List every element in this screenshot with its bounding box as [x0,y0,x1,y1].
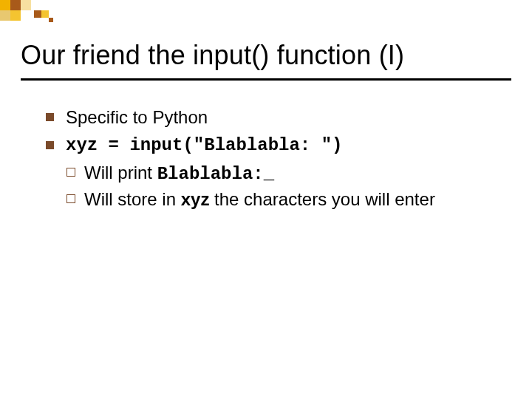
subbullet-text: Will store in xyz the characters you wil… [84,188,511,211]
slide-body: Specific to Python xyz = input("Blablabl… [0,81,532,211]
square-bullet-icon [46,113,54,121]
square-bullet-icon [46,141,54,149]
hollow-square-icon [66,194,75,203]
bullet-item: xyz = input("Blablabla: ") [46,134,511,157]
bullet-text: xyz = input("Blablabla: ") [66,134,511,157]
subbullet-item: Will store in xyz the characters you wil… [66,188,511,211]
bullet-item: Specific to Python [46,106,511,129]
hollow-square-icon [66,168,75,177]
slide-title: Our friend the input() function (I) [21,40,511,71]
subbullet-text: Will print Blablabla:_ [84,161,511,186]
subbullet-item: Will print Blablabla:_ [66,161,511,186]
bullet-text: Specific to Python [66,106,511,129]
